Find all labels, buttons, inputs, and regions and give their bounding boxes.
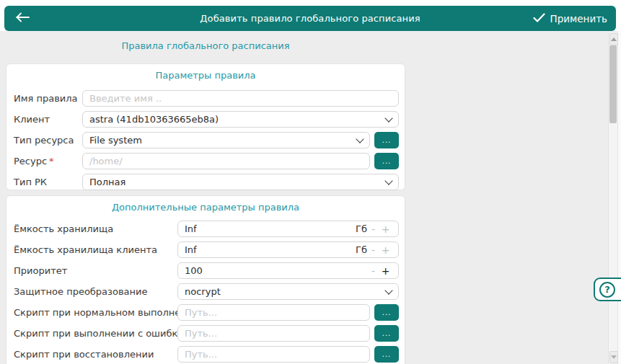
page-header-title: Добавить правило глобального расписания [4,13,616,24]
triangle-down-icon [611,355,617,359]
form-row-resource: Ресурс* ... [14,153,405,169]
rule-name-input[interactable] [82,90,399,107]
priority-value: 100 [185,265,203,276]
priority-label: Приоритет [14,265,67,276]
backup-type-label: Тип РК [14,177,47,187]
resource-input[interactable] [82,153,370,169]
resource-label: Ресурс* [14,156,54,167]
resource-type-label: Тип ресурса [14,135,74,146]
script-restore-input[interactable] [177,346,370,363]
card-title: Дополнительные параметры правила [6,202,405,213]
script-normal-label: Скрипт при нормальном выполнении [14,307,199,318]
resource-type-select[interactable]: File system [82,132,370,148]
crypto-select[interactable]: nocrypt [177,283,399,300]
script-error-label: Скрипт при выполнении с ошибками [14,328,197,339]
page-title: Правила глобального расписания [6,40,405,51]
script-restore-browse-button[interactable]: ... [374,346,399,363]
chevron-down-icon [384,114,392,122]
chevron-down-icon [356,135,364,143]
resource-browse-button[interactable]: ... [374,153,399,169]
apply-button-label: Применить [550,13,607,25]
help-button[interactable]: ? [594,278,621,301]
required-asterisk: * [49,156,54,167]
backup-type-select[interactable]: Полная [82,174,399,190]
rule-name-label: Имя правила [14,93,78,104]
form-row-script-restore: Скрипт при восстановлении ... [14,346,405,363]
right-gutter [618,31,621,364]
form-row-priority: Приоритет 100 - + [14,262,405,279]
script-error-input[interactable] [177,325,370,342]
client-storage-capacity-label: Ёмкость хранилища клиента [14,244,157,255]
scroll-down-button[interactable] [609,351,618,363]
scroll-up-button[interactable] [609,33,618,45]
vertical-scrollbar[interactable] [608,32,618,364]
form-row-script-error: Скрипт при выполнении с ошибками ... [14,325,405,342]
backup-type-select-value: Полная [89,177,125,187]
unit-label: Гб [356,223,367,234]
unit-label: Гб [356,244,367,255]
minus-button[interactable]: - [367,244,379,256]
priority-stepper[interactable]: 100 - + [177,262,399,279]
card-title: Параметры правила [6,70,405,81]
crypto-select-value: nocrypt [185,286,221,297]
additional-parameters-card: Дополнительные параметры правила Ёмкость… [6,195,405,364]
form-row-resource-type: Тип ресурса File system ... [14,132,405,148]
plus-button[interactable]: + [379,244,392,256]
form-row-backup-type: Тип РК Полная [14,174,405,190]
resource-type-select-value: File system [89,135,142,146]
storage-capacity-value: Inf [185,223,197,234]
crypto-label: Защитное преобразование [14,286,148,297]
form-row-client-storage-capacity: Ёмкость хранилища клиента Inf Гб - + [14,241,405,258]
minus-button[interactable]: - [367,265,379,277]
client-label: Клиент [14,114,50,125]
script-normal-browse-button[interactable]: ... [374,304,399,321]
minus-button[interactable]: - [367,223,379,235]
script-normal-input[interactable] [177,304,370,321]
client-storage-capacity-stepper[interactable]: Inf Гб - + [177,241,399,258]
script-restore-label: Скрипт при восстановлении [14,349,154,360]
plus-button[interactable]: + [379,223,392,235]
question-mark-icon: ? [599,282,615,298]
client-select-value: astra (41db10363665eb8a) [89,114,219,125]
storage-capacity-stepper[interactable]: Inf Гб - + [177,221,399,237]
form-row-storage-capacity: Ёмкость хранилища Inf Гб - + [14,221,405,237]
storage-capacity-label: Ёмкость хранилища [14,223,113,234]
script-error-browse-button[interactable]: ... [374,325,399,342]
form-row-client: Клиент astra (41db10363665eb8a) [14,111,405,128]
apply-button[interactable]: Применить [533,6,607,31]
resource-type-browse-button[interactable]: ... [374,132,399,148]
triangle-up-icon [611,37,617,41]
top-bar: Добавить правило глобального расписания … [4,6,616,31]
rule-parameters-card: Параметры правила Имя правила Клиент ast… [6,63,405,190]
client-select[interactable]: astra (41db10363665eb8a) [82,111,399,128]
plus-button[interactable]: + [379,265,392,277]
form-row-script-normal: Скрипт при нормальном выполнении ... [14,304,405,321]
client-storage-capacity-value: Inf [185,244,197,255]
chevron-down-icon [384,177,392,185]
scrollbar-thumb[interactable] [609,45,617,123]
check-icon [533,13,545,25]
chevron-down-icon [384,286,392,294]
form-row-crypto: Защитное преобразование nocrypt [14,283,405,300]
form-row-rule-name: Имя правила [14,90,405,107]
